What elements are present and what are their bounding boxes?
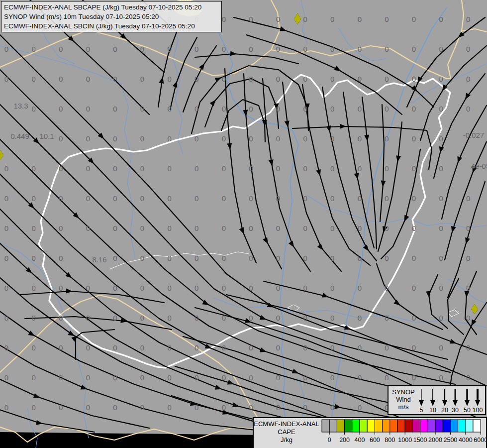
station-value-zero: 0	[59, 75, 63, 83]
cape-color-cell	[375, 420, 382, 432]
streamline-arrowhead	[260, 315, 268, 322]
station-value-zero: 0	[412, 284, 416, 292]
station-value-zero: 0	[385, 373, 389, 382]
station-value-zero: 0	[249, 403, 253, 412]
station-value-zero: 0	[466, 254, 470, 262]
station-value-zero: 0	[249, 284, 253, 292]
station-value-zero: 0	[113, 164, 117, 173]
station-value-zero: 0	[385, 284, 389, 292]
cape-color-cell	[390, 420, 397, 432]
cape-tick-label: 1500	[413, 437, 427, 444]
cape-tick-label: 200	[339, 437, 350, 444]
station-value-zero: 0	[249, 75, 253, 83]
cape-legend-title-line: J/kg	[281, 436, 292, 444]
station-value-zero: 0	[113, 373, 117, 382]
station-value-zero: 0	[4, 194, 8, 203]
station-value-zero: 0	[330, 284, 334, 292]
station-value-zero: 0	[276, 314, 280, 322]
wind-speed-label: 10	[429, 407, 436, 414]
station-value-zero: 0	[330, 45, 334, 53]
station-value-zero: 0	[466, 194, 470, 203]
station-value-zero: 0	[167, 314, 171, 322]
station-value-zero: 0	[31, 194, 35, 203]
station-value-zero: 0	[358, 224, 362, 232]
station-value-zero: 0	[140, 343, 144, 352]
streamline-arrowhead	[232, 402, 240, 409]
station-value-zero: 0	[4, 75, 8, 83]
station-value-zero: 0	[31, 254, 35, 262]
station-value-zero: 0	[330, 164, 334, 173]
station-value-zero: 0	[59, 284, 63, 292]
cape-color-cell	[420, 420, 428, 432]
station-value-zero: 0	[303, 164, 307, 173]
cape-tick-label: 800	[385, 437, 395, 444]
streamline	[170, 37, 197, 110]
station-value-zero: 0	[167, 194, 171, 203]
station-value-label: 8.16	[92, 255, 106, 264]
tan-border	[447, 0, 464, 79]
station-value-zero: 0	[439, 254, 443, 262]
station-value-zero: 0	[303, 224, 307, 232]
streamline	[420, 46, 487, 140]
station-value-zero: 0	[167, 164, 171, 173]
cape-color-cell	[360, 420, 367, 432]
station-value-zero: 0	[195, 134, 198, 143]
station-value-zero: 0	[59, 343, 63, 352]
station-value-zero: 0	[358, 15, 362, 23]
station-value-zero: 0	[222, 343, 226, 352]
streamline	[322, 87, 377, 261]
streamline-arrowhead	[464, 291, 470, 298]
station-value-zero: 0	[412, 105, 416, 113]
station-value-zero: 0	[222, 164, 226, 173]
station-value-zero: 0	[303, 45, 307, 53]
station-value-zero: 0	[195, 403, 198, 412]
station-value-zero: 0	[276, 373, 280, 382]
station-value-zero: 0	[385, 164, 389, 173]
station-value-zero: 0	[140, 314, 144, 322]
wind-arrow-head	[442, 400, 447, 406]
streamline	[465, 271, 477, 335]
station-value-zero: 0	[140, 105, 144, 113]
streamline-arrowhead	[455, 156, 462, 164]
station-value-zero: 0	[330, 254, 334, 262]
wind-arrow-head	[475, 400, 480, 406]
streamline	[448, 279, 464, 335]
station-value-zero: 0	[385, 224, 389, 232]
station-value-zero: 0	[249, 224, 253, 232]
station-value-zero: 0	[4, 284, 8, 292]
streamline-arrowhead	[66, 289, 73, 294]
weather-map: 0000000000000000000000000000000000000000…	[0, 0, 487, 448]
station-value-zero: 0	[439, 75, 443, 83]
streamline	[175, 366, 346, 424]
station-value-zero: 0	[140, 164, 144, 173]
station-value-zero: 0	[59, 164, 63, 173]
station-value-zero: 0	[86, 373, 90, 382]
station-value-zero: 0	[385, 105, 389, 113]
streamline	[0, 271, 363, 431]
station-value-zero: 0	[195, 194, 198, 203]
station-value-zero: 0	[412, 343, 416, 352]
station-value-zero: 0	[466, 15, 470, 23]
station-value-zero: 0	[195, 343, 198, 352]
station-value-zero: 0	[303, 134, 307, 143]
station-value-zero: 0	[385, 194, 389, 203]
station-value-zero: 0	[59, 373, 63, 382]
station-value-zero: 0	[358, 134, 362, 143]
cape-tick-label: 600	[370, 437, 380, 444]
station-value-zero: 0	[439, 373, 443, 382]
station-value-zero: 0	[385, 254, 389, 262]
station-value-zero: 0	[222, 254, 226, 262]
station-value-zero: 0	[113, 343, 117, 352]
cape-legend-canvas: ECMWF-INDEX-ANALCAPEJ/kg0200400600800100…	[254, 418, 486, 448]
station-value-zero: 0	[439, 314, 443, 322]
station-value-zero: 0	[249, 343, 253, 352]
cape-legend: ECMWF-INDEX-ANALCAPEJ/kg0200400600800100…	[253, 417, 487, 448]
station-value-zero: 0	[358, 105, 362, 113]
station-value-zero: 0	[439, 164, 443, 173]
streamline-arrowhead	[450, 226, 456, 233]
station-value-zero: 0	[385, 75, 389, 83]
station-value-zero: 0	[86, 284, 90, 292]
station-value-zero: 0	[167, 343, 171, 352]
wind-legend-canvas: SYNOPWindm/s510203050100	[389, 386, 485, 414]
cape-color-cell	[412, 420, 420, 432]
